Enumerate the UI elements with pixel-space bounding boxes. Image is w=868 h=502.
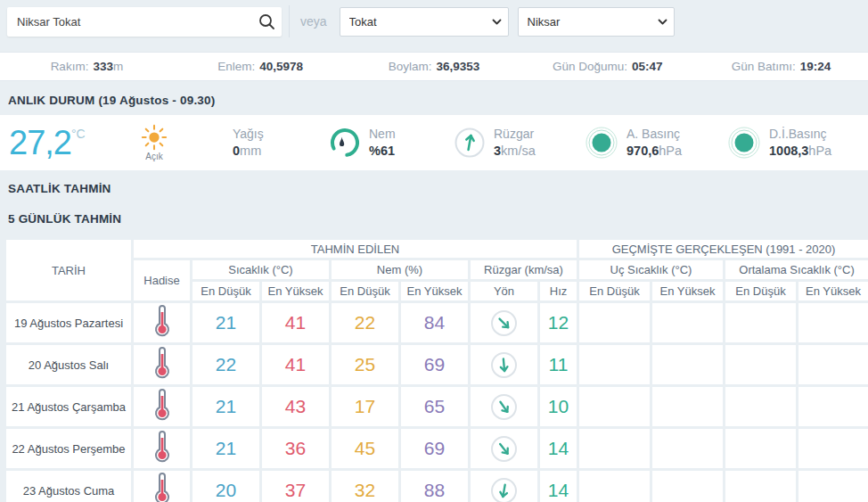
past-extreme-min-cell — [579, 303, 650, 342]
location-search-box[interactable] — [7, 7, 282, 37]
group-header-extreme-temp: Uç Sıcaklık (°C) — [579, 260, 723, 279]
humidity-max-cell: 69 — [401, 429, 468, 468]
daily-forecast-section-header[interactable]: 5 GÜNLÜK TAHMİN — [0, 207, 868, 237]
past-avg-max-cell — [798, 429, 868, 468]
hot-thermometer-icon — [152, 431, 172, 463]
past-avg-max-cell — [798, 345, 868, 384]
humidity-max-cell: 69 — [401, 345, 468, 384]
wind-speed-cell: 12 — [540, 303, 577, 342]
sunrise-info: Gün Doğumu:05:47 — [520, 60, 694, 73]
group-header-humidity: Nem (%) — [332, 260, 468, 279]
wind-direction-cell — [471, 303, 537, 342]
sealevel-pressure-metric: D.İ.Basınç 1008,3hPa — [727, 126, 868, 160]
temp-min-cell: 20 — [192, 471, 259, 502]
past-avg-min-cell — [725, 303, 796, 342]
weather-event-cell — [134, 471, 190, 502]
divider — [289, 5, 290, 37]
wind-direction-arrow-icon — [490, 393, 518, 421]
wind-speed-cell: 10 — [540, 387, 577, 426]
humidity-min-cell: 17 — [332, 387, 398, 426]
current-conditions-card: 27,2°C Açık Yağış 0mm Nem %61 — [0, 115, 868, 170]
col-header-past-avg-min: En Düşük — [725, 282, 796, 300]
forecast-date: 20 Ağustos Salı — [6, 345, 131, 384]
past-extreme-min-cell — [579, 429, 650, 468]
wind-direction-cell — [471, 387, 537, 426]
col-header-hum-min: En Düşük — [332, 282, 398, 300]
group-header-wind: Rüzgar (km/sa) — [471, 260, 577, 279]
forecast-date: 21 Ağustos Çarşamba — [6, 387, 131, 426]
wind-direction-arrow-icon — [490, 477, 518, 502]
sunset-info: Gün Batımı:19:24 — [694, 60, 868, 73]
temp-min-cell: 22 — [192, 345, 259, 384]
past-extreme-min-cell — [579, 387, 650, 426]
wind-direction-arrow-icon — [490, 435, 518, 463]
group-header-past: GEÇMİŞTE GERÇEKLEŞEN (1991 - 2020) — [579, 240, 868, 258]
wind-direction-arrow-icon — [490, 351, 518, 379]
group-header-avg-temp: Ortalama Sıcaklık (°C) — [725, 260, 868, 279]
past-avg-max-cell — [798, 471, 868, 502]
temp-max-cell: 36 — [262, 429, 329, 468]
forecast-table-row: 23 Ağustos Cuma 20 37 32 88 14 — [6, 471, 868, 502]
hourly-forecast-section-header[interactable]: SAATLİK TAHMİN — [0, 170, 868, 207]
current-temperature: 27,2°C — [9, 124, 127, 162]
search-input[interactable] — [7, 15, 251, 29]
water-drop-icon — [340, 137, 344, 147]
forecast-table-row: 20 Ağustos Salı 22 41 25 69 11 — [6, 345, 868, 384]
past-extreme-max-cell — [652, 303, 723, 342]
hot-thermometer-icon — [152, 305, 172, 337]
group-header-temperature: Sıcaklık (°C) — [192, 260, 329, 279]
col-header-temp-max: En Yüksek — [262, 282, 329, 300]
weather-event-cell — [134, 345, 190, 384]
past-avg-max-cell — [798, 387, 868, 426]
wind-direction-cell — [471, 345, 537, 384]
station-info-bar: Rakım:333m Enlem:40,5978 Boylam:36,9353 … — [0, 52, 868, 81]
latitude-info: Enlem:40,5978 — [174, 60, 348, 73]
col-header-wind-dir: Yön — [471, 282, 537, 300]
forecast-table-row: 22 Ağustos Perşembe 21 36 45 69 14 — [6, 429, 868, 468]
col-header-past-extreme-min: En Düşük — [579, 282, 650, 300]
col-header-temp-min: En Düşük — [192, 282, 259, 300]
humidity-max-cell: 65 — [401, 387, 468, 426]
district-select-wrap: Niksar — [518, 7, 675, 37]
forecast-table-row: 19 Ağustos Pazartesi 21 41 22 84 12 — [6, 303, 868, 342]
forecast-table-row: 21 Ağustos Çarşamba 21 43 17 65 10 — [6, 387, 868, 426]
wind-metric: Rüzgar 3km/sa — [454, 127, 585, 159]
current-section-title: ANLIK DURUM (19 Ağustos - 09.30) — [0, 81, 868, 115]
past-extreme-min-cell — [579, 471, 650, 502]
col-header-past-extreme-max: En Yüksek — [652, 282, 723, 300]
province-select[interactable]: Tokat — [340, 7, 509, 37]
precipitation-metric: Yağış 0mm — [233, 127, 329, 159]
pressure-icon — [585, 126, 618, 160]
temp-min-cell: 21 — [192, 429, 259, 468]
temp-min-cell: 21 — [192, 387, 259, 426]
humidity-gauge-icon — [329, 127, 361, 159]
past-extreme-max-cell — [652, 471, 723, 502]
forecast-date: 22 Ağustos Perşembe — [6, 429, 131, 468]
humidity-metric: Nem %61 — [329, 127, 454, 159]
forecast-date: 19 Ağustos Pazartesi — [6, 303, 131, 342]
col-header-past-avg-max: En Yüksek — [798, 282, 868, 300]
weather-event-cell — [134, 387, 190, 426]
longitude-info: Boylam:36,9353 — [348, 60, 521, 73]
search-icon — [258, 13, 275, 30]
temp-max-cell: 41 — [262, 303, 329, 342]
past-avg-min-cell — [725, 429, 796, 468]
district-select[interactable]: Niksar — [518, 7, 675, 37]
province-select-wrap: Tokat — [340, 7, 509, 37]
temp-max-cell: 41 — [262, 345, 329, 384]
temp-max-cell: 37 — [262, 471, 329, 502]
current-condition: Açık — [127, 124, 181, 161]
forecast-date: 23 Ağustos Cuma — [6, 471, 131, 502]
wind-speed-cell: 14 — [540, 471, 577, 502]
search-button[interactable] — [251, 7, 282, 37]
humidity-min-cell: 22 — [332, 303, 398, 342]
actual-pressure-metric: A. Basınç 970,6hPa — [585, 126, 727, 160]
past-extreme-max-cell — [652, 387, 723, 426]
hot-thermometer-icon — [152, 473, 172, 502]
humidity-min-cell: 32 — [332, 471, 398, 502]
temp-min-cell: 21 — [192, 303, 259, 342]
past-extreme-min-cell — [579, 345, 650, 384]
weather-event-cell — [134, 429, 190, 468]
wind-direction-arrow-icon — [490, 309, 518, 337]
past-avg-min-cell — [725, 471, 796, 502]
